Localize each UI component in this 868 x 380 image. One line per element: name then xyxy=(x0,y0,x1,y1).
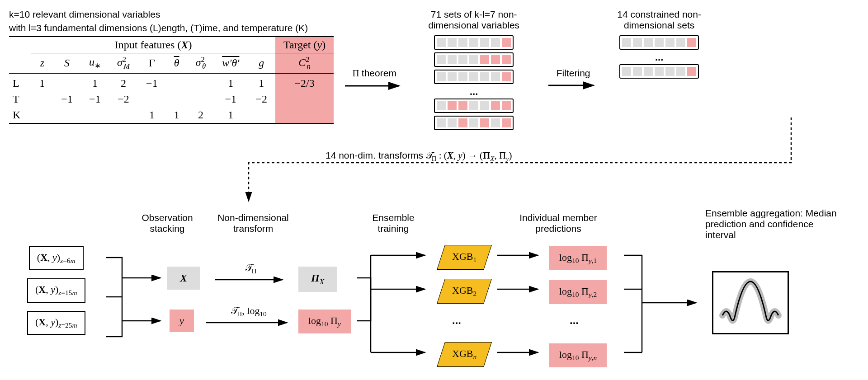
set-cell xyxy=(665,38,675,47)
xgb-to-pred-arrows xyxy=(495,244,545,366)
set-row xyxy=(434,35,514,50)
set-cell xyxy=(469,55,478,64)
set-cell xyxy=(491,38,500,47)
set-cell xyxy=(491,101,500,110)
sets-14: 14 constrained non-dimensional sets ... xyxy=(605,9,713,81)
set-cell xyxy=(687,67,696,76)
table-block: k=10 relevant dimensional variables with… xyxy=(9,9,334,124)
set-cell xyxy=(491,72,500,81)
xgb-n: XGBn xyxy=(437,342,492,367)
ensemble-result-box xyxy=(712,271,789,334)
set-cell xyxy=(448,38,457,47)
stage-agg-label: Ensemble aggregation: Median prediction … xyxy=(705,208,841,240)
set-cell xyxy=(676,38,685,47)
set-cell xyxy=(437,72,446,81)
set-cell xyxy=(458,101,467,110)
pred-1: log10 Πy,1 xyxy=(549,246,607,270)
filtering-arrow: Filtering xyxy=(546,68,600,94)
col-sigmaM: σ2M xyxy=(109,53,138,73)
stage-train-label: Ensemble training xyxy=(357,212,429,234)
set-cell xyxy=(437,55,446,64)
set-cell xyxy=(480,55,489,64)
set-cell xyxy=(469,38,478,47)
col-g: g xyxy=(247,53,275,73)
pred-ellipsis: ... xyxy=(570,314,579,327)
arrow-icon xyxy=(212,275,289,284)
col-wtheta: w′θ′ xyxy=(214,53,247,73)
set-cell xyxy=(448,55,457,64)
set-cell xyxy=(676,67,685,76)
sets-71: 71 sets of k-l=7 non-dimensional variabl… xyxy=(410,9,537,133)
row-T: T xyxy=(9,91,31,107)
stage-obs-label: Observation stacking xyxy=(127,212,208,234)
set-cell xyxy=(502,55,511,64)
PiX-box: ΠX xyxy=(298,267,337,292)
set-cell xyxy=(622,67,631,76)
set-cell xyxy=(480,72,489,81)
set-row xyxy=(619,64,699,79)
set-row xyxy=(434,70,514,84)
set-cell xyxy=(644,38,653,47)
fanout-bracket xyxy=(357,244,434,361)
set-cell xyxy=(491,55,500,64)
set-cell xyxy=(480,101,489,110)
pred-n: log10 Πy,n xyxy=(549,343,607,367)
header-line1: k=10 relevant dimensional variables xyxy=(9,9,334,20)
transform-line-label: 14 non-dim. transforms 𝒯Π : (X, y) → (ΠX… xyxy=(326,150,512,163)
dimensional-table: Input features (X) Target (y) z S u∗ σ2M… xyxy=(9,36,334,124)
obs-box-25m: (X, y)z=25m xyxy=(27,311,85,335)
col-thetabar: θ xyxy=(166,53,188,73)
stage-pred-label: Individual member predictions xyxy=(506,212,610,234)
set-cell xyxy=(458,55,467,64)
stage-transform-label: Non-dimensional transform xyxy=(208,212,298,234)
set-cell xyxy=(665,67,675,76)
pi-theorem-arrow: Π theorem xyxy=(343,68,406,95)
header-line2: with l=3 fundamental dimensions (L)ength… xyxy=(9,23,334,33)
set-cell xyxy=(437,38,446,47)
set-cell xyxy=(448,101,457,110)
obs-column: (X, y)z=6m (X, y)z=15m (X, y)z=25m xyxy=(27,246,85,343)
set-cell xyxy=(655,38,664,47)
row-K: K xyxy=(9,107,31,123)
transform-bot: 𝒯Π, log10 xyxy=(203,305,294,329)
set-cell xyxy=(502,38,511,47)
obs-box-6m: (X, y)z=6m xyxy=(29,246,84,270)
sets-ellipsis: ... xyxy=(410,86,537,98)
arrow-right-icon xyxy=(546,79,600,92)
set-cell xyxy=(437,101,446,110)
set-cell xyxy=(502,101,511,110)
row-L: L xyxy=(9,73,31,91)
set-cell xyxy=(469,101,478,110)
set-cell xyxy=(458,38,467,47)
bracket-obs xyxy=(104,246,167,355)
col-Cn2: C2n xyxy=(275,53,334,73)
transform-top: 𝒯Π xyxy=(212,262,289,286)
fanin-bracket xyxy=(624,244,705,366)
set-cell xyxy=(458,72,467,81)
set-cell xyxy=(633,67,642,76)
result-plot-icon xyxy=(713,272,788,333)
set-cell xyxy=(448,72,457,81)
set-cell xyxy=(502,72,511,81)
col-z: z xyxy=(31,53,53,73)
X-box: X xyxy=(167,267,200,290)
set-cell xyxy=(687,38,696,47)
dashed-connector xyxy=(244,117,805,212)
target-header: Target (y) xyxy=(275,37,334,53)
set-cell xyxy=(469,72,478,81)
sets-ellipsis: ... xyxy=(605,52,713,63)
obs-box-15m: (X, y)z=15m xyxy=(27,278,85,302)
set-row xyxy=(434,52,514,67)
input-features-header: Input features (X) xyxy=(31,37,275,53)
col-sigmatheta: σ2θ xyxy=(188,53,214,73)
pred-2: log10 Πy,2 xyxy=(549,280,607,304)
arrow-icon xyxy=(203,318,294,327)
set-cell xyxy=(655,67,664,76)
y-box: y xyxy=(170,310,194,332)
arrow-right-icon xyxy=(343,79,406,93)
set-row xyxy=(434,99,514,113)
set-cell xyxy=(633,38,642,47)
set-cell xyxy=(622,38,631,47)
col-Gamma: Γ xyxy=(138,53,166,73)
set-cell xyxy=(480,38,489,47)
